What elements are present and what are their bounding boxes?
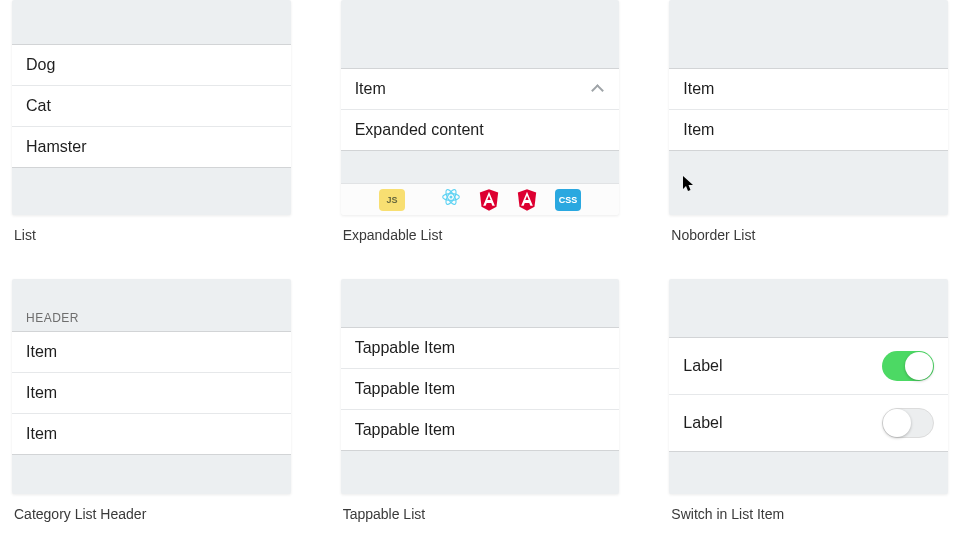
tile-noborder: Item Item Noborder List [669, 0, 948, 243]
list-item[interactable]: Item [669, 109, 948, 150]
list-item-label: Cat [26, 97, 51, 115]
caption-row: Tappable List [341, 506, 620, 522]
card-category: HEADER Item Item Item [12, 279, 291, 494]
caption-text: Expandable List [343, 227, 443, 243]
list-item-label: Dog [26, 56, 55, 74]
list-item-label: Tappable Item [355, 380, 456, 398]
chevron-up-icon [591, 82, 605, 96]
switch-knob [905, 352, 933, 380]
angular2-icon[interactable] [517, 189, 537, 211]
caption-row: Switch in List Item [669, 506, 948, 522]
caption-row: Category List Header [12, 506, 291, 522]
css-icon[interactable]: CSS [555, 189, 581, 211]
list-tappable: Tappable Item Tappable Item Tappable Ite… [341, 327, 620, 451]
list-expandable: Item Expanded content [341, 68, 620, 151]
list-item-label: Item [26, 384, 57, 402]
switch-row: Label [669, 394, 948, 451]
list-item[interactable]: Item [12, 413, 291, 454]
tappable-item[interactable]: Tappable Item [341, 409, 620, 450]
tile-tappable: Tappable Item Tappable Item Tappable Ite… [341, 279, 620, 522]
list-item[interactable]: Dog [12, 45, 291, 85]
list-category: Item Item Item [12, 331, 291, 455]
list-item-label: Hamster [26, 138, 86, 156]
list-item-label: Item [26, 425, 57, 443]
caption-text: Switch in List Item [671, 506, 784, 522]
tile-switch: Label Label Switch in List Item [669, 279, 948, 522]
caption-row: Expandable List [341, 227, 620, 243]
card-noborder: Item Item [669, 0, 948, 215]
caption-row: Noborder List [669, 227, 948, 243]
list-switch: Label Label [669, 337, 948, 452]
caption-text: Noborder List [671, 227, 755, 243]
card-expandable: Item Expanded content JS [341, 0, 620, 215]
caption-text: Tappable List [343, 506, 426, 522]
switch-label: Label [683, 357, 722, 375]
tappable-item[interactable]: Tappable Item [341, 328, 620, 368]
list-item[interactable]: Item [12, 332, 291, 372]
expanded-content: Expanded content [341, 109, 620, 150]
list-item-label: Item [683, 80, 714, 98]
list-header: HEADER [12, 301, 291, 331]
card-switch: Label Label [669, 279, 948, 494]
caption-text: Category List Header [14, 506, 146, 522]
tappable-item[interactable]: Tappable Item [341, 368, 620, 409]
tile-list: Dog Cat Hamster List [12, 0, 291, 243]
tile-category: HEADER Item Item Item Category List Head… [12, 279, 291, 522]
list-basic: Dog Cat Hamster [12, 44, 291, 168]
list-item[interactable]: Cat [12, 85, 291, 126]
list-item-label: Tappable Item [355, 421, 456, 439]
card-list: Dog Cat Hamster [12, 0, 291, 215]
caption-text: List [14, 227, 36, 243]
angular1-icon[interactable] [479, 189, 499, 211]
switch-knob [883, 409, 911, 437]
switch-row: Label [669, 338, 948, 394]
list-item[interactable]: Hamster [12, 126, 291, 167]
caption-row: List [12, 227, 291, 243]
expandable-header[interactable]: Item [341, 69, 620, 109]
switch-label: Label [683, 414, 722, 432]
list-item-label: Tappable Item [355, 339, 456, 357]
card-tappable: Tappable Item Tappable Item Tappable Ite… [341, 279, 620, 494]
list-item[interactable]: Item [669, 69, 948, 109]
expandable-header-label: Item [355, 80, 386, 98]
tile-expandable: Item Expanded content JS [341, 0, 620, 243]
js-icon[interactable]: JS [379, 189, 405, 211]
list-item[interactable]: Item [12, 372, 291, 413]
tech-icon-row: JS CSS [341, 183, 620, 215]
svg-point-3 [449, 196, 452, 199]
list-item-label: Item [26, 343, 57, 361]
switch-toggle-on[interactable] [882, 351, 934, 381]
expanded-content-label: Expanded content [355, 121, 484, 139]
list-noborder: Item Item [669, 68, 948, 151]
switch-toggle-off[interactable] [882, 408, 934, 438]
cursor-icon [683, 176, 695, 192]
react-icon[interactable] [441, 187, 461, 212]
list-item-label: Item [683, 121, 714, 139]
